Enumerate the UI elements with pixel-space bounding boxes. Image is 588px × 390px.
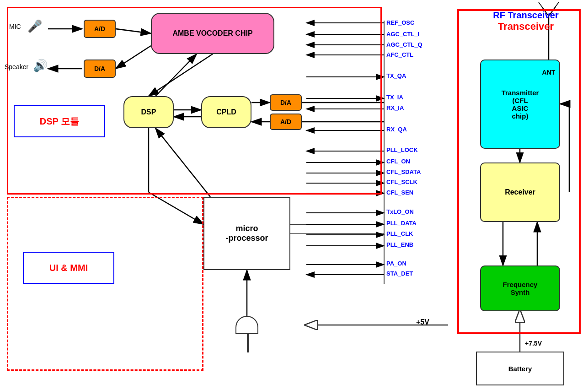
da-converter-right: D/A bbox=[270, 94, 302, 111]
ad-converter-right: A/D bbox=[270, 114, 302, 130]
microprocessor-block: micro -processor bbox=[203, 197, 290, 270]
rx-ia-label: RX_IA bbox=[386, 104, 404, 111]
afc-ctl-label: AFC_CTL bbox=[386, 51, 413, 58]
dsp-module-box: DSP 모듈 bbox=[14, 105, 105, 137]
mic-icon: 🎤 bbox=[27, 19, 42, 33]
receiver-block: Receiver bbox=[480, 162, 560, 222]
cpld-block: CPLD bbox=[201, 96, 251, 128]
cfl-sclk-label: CFL_SCLK bbox=[386, 179, 417, 185]
ui-mmi-label: UI & MMI bbox=[49, 263, 88, 273]
tx-ia-label: TX_IA bbox=[386, 94, 403, 101]
dsp-block: DSP bbox=[123, 96, 174, 128]
agc-ctl-q-label: AGC_CTL_Q bbox=[386, 41, 422, 48]
txlo-on-label: TxLO_ON bbox=[386, 208, 414, 215]
speaker-label: Speaker bbox=[5, 63, 28, 70]
cfl-sdata-label: CFL_SDATA bbox=[386, 168, 421, 175]
da-converter-top: D/A bbox=[84, 60, 116, 78]
ref-osc-label: REF_OSC bbox=[386, 19, 414, 26]
pll-lock-label: PLL_LOCK bbox=[386, 146, 418, 153]
ambe-vocoder-chip: AMBE VOCODER CHIP bbox=[151, 13, 274, 54]
ui-mmi-box: UI & MMI bbox=[23, 252, 114, 284]
sta-det-label: STA_DET bbox=[386, 270, 413, 277]
ui-mmi-border bbox=[7, 197, 203, 371]
plus7v5-label: +7.5V bbox=[525, 340, 542, 347]
battery-block: Battery bbox=[476, 352, 564, 385]
agc-ctl-i-label: AGC_CTL_I bbox=[386, 31, 419, 38]
tx-qa-label: TX_QA bbox=[386, 72, 406, 79]
mic-label: MIC bbox=[9, 23, 21, 30]
rf-transceiver-label: RF Transceiver Transceiver bbox=[471, 10, 581, 32]
ad-converter-top: A/D bbox=[84, 20, 116, 38]
plus5v-label: +5V bbox=[416, 318, 429, 326]
pa-on-label: PA_ON bbox=[386, 260, 406, 267]
cfl-sen-label: CFL_SEN bbox=[386, 189, 413, 196]
pll-data-label: PLL_DATA bbox=[386, 220, 417, 227]
dsp-module-label: DSP 모듈 bbox=[40, 115, 79, 128]
speaker-icon: 🔊 bbox=[33, 59, 48, 73]
rx-qa-label: RX_QA bbox=[386, 126, 407, 133]
ant-label: ANT bbox=[542, 69, 556, 76]
pll-enb-label: PLL_ENB bbox=[386, 241, 413, 248]
pll-clk-label: PLL_CLK bbox=[386, 230, 413, 237]
freq-synth-block: Frequency Synth bbox=[480, 265, 560, 311]
ptt-button bbox=[235, 316, 258, 334]
cfl-on-label: CFL_ON bbox=[386, 158, 410, 165]
